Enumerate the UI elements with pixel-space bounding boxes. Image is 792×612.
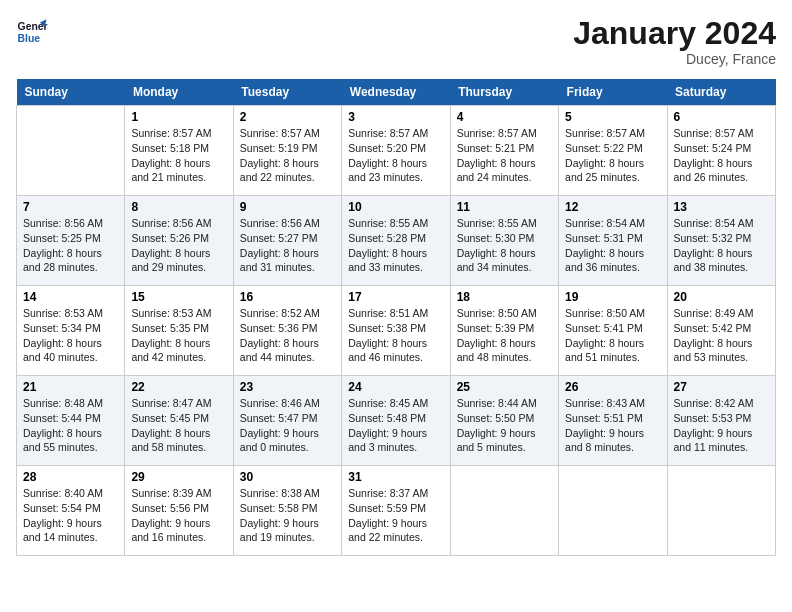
day-number: 21 [23,380,118,394]
day-number: 7 [23,200,118,214]
table-row: 13 Sunrise: 8:54 AM Sunset: 5:32 PM Dayl… [667,196,775,286]
day-info: Sunrise: 8:45 AM Sunset: 5:48 PM Dayligh… [348,396,443,455]
day-info: Sunrise: 8:55 AM Sunset: 5:30 PM Dayligh… [457,216,552,275]
day-number: 26 [565,380,660,394]
table-row: 19 Sunrise: 8:50 AM Sunset: 5:41 PM Dayl… [559,286,667,376]
day-info: Sunrise: 8:50 AM Sunset: 5:39 PM Dayligh… [457,306,552,365]
day-info: Sunrise: 8:50 AM Sunset: 5:41 PM Dayligh… [565,306,660,365]
header-sunday: Sunday [17,79,125,106]
day-number: 13 [674,200,769,214]
month-title: January 2024 [573,16,776,51]
day-number: 27 [674,380,769,394]
table-row [450,466,558,556]
day-info: Sunrise: 8:53 AM Sunset: 5:35 PM Dayligh… [131,306,226,365]
day-number: 24 [348,380,443,394]
header-wednesday: Wednesday [342,79,450,106]
day-info: Sunrise: 8:56 AM Sunset: 5:25 PM Dayligh… [23,216,118,275]
calendar-table: Sunday Monday Tuesday Wednesday Thursday… [16,79,776,556]
day-number: 8 [131,200,226,214]
day-number: 30 [240,470,335,484]
logo: General Blue [16,16,48,48]
day-info: Sunrise: 8:54 AM Sunset: 5:31 PM Dayligh… [565,216,660,275]
day-number: 18 [457,290,552,304]
day-info: Sunrise: 8:42 AM Sunset: 5:53 PM Dayligh… [674,396,769,455]
table-row: 30 Sunrise: 8:38 AM Sunset: 5:58 PM Dayl… [233,466,341,556]
table-row: 21 Sunrise: 8:48 AM Sunset: 5:44 PM Dayl… [17,376,125,466]
table-row: 24 Sunrise: 8:45 AM Sunset: 5:48 PM Dayl… [342,376,450,466]
table-row: 17 Sunrise: 8:51 AM Sunset: 5:38 PM Dayl… [342,286,450,376]
table-row: 11 Sunrise: 8:55 AM Sunset: 5:30 PM Dayl… [450,196,558,286]
day-number: 25 [457,380,552,394]
day-number: 29 [131,470,226,484]
day-number: 15 [131,290,226,304]
header-monday: Monday [125,79,233,106]
table-row: 29 Sunrise: 8:39 AM Sunset: 5:56 PM Dayl… [125,466,233,556]
day-info: Sunrise: 8:40 AM Sunset: 5:54 PM Dayligh… [23,486,118,545]
table-row: 10 Sunrise: 8:55 AM Sunset: 5:28 PM Dayl… [342,196,450,286]
title-block: January 2024 Ducey, France [573,16,776,67]
table-row: 14 Sunrise: 8:53 AM Sunset: 5:34 PM Dayl… [17,286,125,376]
table-row: 20 Sunrise: 8:49 AM Sunset: 5:42 PM Dayl… [667,286,775,376]
day-info: Sunrise: 8:53 AM Sunset: 5:34 PM Dayligh… [23,306,118,365]
day-number: 23 [240,380,335,394]
day-number: 1 [131,110,226,124]
calendar-header-row: Sunday Monday Tuesday Wednesday Thursday… [17,79,776,106]
table-row: 4 Sunrise: 8:57 AM Sunset: 5:21 PM Dayli… [450,106,558,196]
table-row: 18 Sunrise: 8:50 AM Sunset: 5:39 PM Dayl… [450,286,558,376]
day-number: 11 [457,200,552,214]
day-number: 14 [23,290,118,304]
table-row [559,466,667,556]
day-info: Sunrise: 8:47 AM Sunset: 5:45 PM Dayligh… [131,396,226,455]
table-row: 16 Sunrise: 8:52 AM Sunset: 5:36 PM Dayl… [233,286,341,376]
day-info: Sunrise: 8:55 AM Sunset: 5:28 PM Dayligh… [348,216,443,275]
table-row: 27 Sunrise: 8:42 AM Sunset: 5:53 PM Dayl… [667,376,775,466]
day-info: Sunrise: 8:43 AM Sunset: 5:51 PM Dayligh… [565,396,660,455]
header-tuesday: Tuesday [233,79,341,106]
day-number: 16 [240,290,335,304]
day-info: Sunrise: 8:46 AM Sunset: 5:47 PM Dayligh… [240,396,335,455]
table-row: 22 Sunrise: 8:47 AM Sunset: 5:45 PM Dayl… [125,376,233,466]
day-info: Sunrise: 8:57 AM Sunset: 5:22 PM Dayligh… [565,126,660,185]
day-info: Sunrise: 8:44 AM Sunset: 5:50 PM Dayligh… [457,396,552,455]
table-row: 3 Sunrise: 8:57 AM Sunset: 5:20 PM Dayli… [342,106,450,196]
day-info: Sunrise: 8:57 AM Sunset: 5:20 PM Dayligh… [348,126,443,185]
table-row: 15 Sunrise: 8:53 AM Sunset: 5:35 PM Dayl… [125,286,233,376]
svg-text:Blue: Blue [18,33,41,44]
table-row: 1 Sunrise: 8:57 AM Sunset: 5:18 PM Dayli… [125,106,233,196]
day-number: 28 [23,470,118,484]
table-row: 6 Sunrise: 8:57 AM Sunset: 5:24 PM Dayli… [667,106,775,196]
day-info: Sunrise: 8:57 AM Sunset: 5:19 PM Dayligh… [240,126,335,185]
table-row [667,466,775,556]
day-number: 22 [131,380,226,394]
day-number: 3 [348,110,443,124]
day-info: Sunrise: 8:37 AM Sunset: 5:59 PM Dayligh… [348,486,443,545]
day-info: Sunrise: 8:52 AM Sunset: 5:36 PM Dayligh… [240,306,335,365]
day-number: 5 [565,110,660,124]
day-info: Sunrise: 8:51 AM Sunset: 5:38 PM Dayligh… [348,306,443,365]
day-info: Sunrise: 8:57 AM Sunset: 5:21 PM Dayligh… [457,126,552,185]
day-info: Sunrise: 8:54 AM Sunset: 5:32 PM Dayligh… [674,216,769,275]
table-row: 7 Sunrise: 8:56 AM Sunset: 5:25 PM Dayli… [17,196,125,286]
table-row: 9 Sunrise: 8:56 AM Sunset: 5:27 PM Dayli… [233,196,341,286]
day-info: Sunrise: 8:57 AM Sunset: 5:24 PM Dayligh… [674,126,769,185]
day-info: Sunrise: 8:49 AM Sunset: 5:42 PM Dayligh… [674,306,769,365]
table-row: 26 Sunrise: 8:43 AM Sunset: 5:51 PM Dayl… [559,376,667,466]
day-number: 9 [240,200,335,214]
day-info: Sunrise: 8:39 AM Sunset: 5:56 PM Dayligh… [131,486,226,545]
day-number: 2 [240,110,335,124]
day-number: 20 [674,290,769,304]
table-row: 23 Sunrise: 8:46 AM Sunset: 5:47 PM Dayl… [233,376,341,466]
table-row: 25 Sunrise: 8:44 AM Sunset: 5:50 PM Dayl… [450,376,558,466]
day-number: 6 [674,110,769,124]
table-row: 8 Sunrise: 8:56 AM Sunset: 5:26 PM Dayli… [125,196,233,286]
header-saturday: Saturday [667,79,775,106]
table-row [17,106,125,196]
day-info: Sunrise: 8:48 AM Sunset: 5:44 PM Dayligh… [23,396,118,455]
location: Ducey, France [573,51,776,67]
table-row: 12 Sunrise: 8:54 AM Sunset: 5:31 PM Dayl… [559,196,667,286]
header-thursday: Thursday [450,79,558,106]
day-info: Sunrise: 8:56 AM Sunset: 5:26 PM Dayligh… [131,216,226,275]
day-info: Sunrise: 8:38 AM Sunset: 5:58 PM Dayligh… [240,486,335,545]
day-info: Sunrise: 8:56 AM Sunset: 5:27 PM Dayligh… [240,216,335,275]
day-number: 10 [348,200,443,214]
